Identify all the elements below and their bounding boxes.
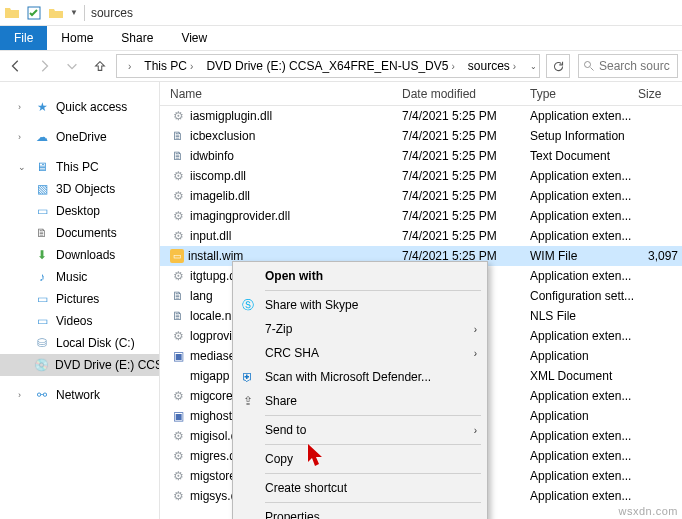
file-icon: ▣ [170, 348, 186, 364]
ctx-copy[interactable]: Copy [235, 447, 485, 471]
qat-newfolder-icon[interactable] [48, 5, 64, 21]
crumb-dvd[interactable]: DVD Drive (E:) CCSA_X64FRE_EN-US_DV5› [202, 59, 461, 73]
tab-share[interactable]: Share [107, 26, 167, 50]
file-icon: 🗎 [170, 288, 186, 304]
file-icon: ⚙ [170, 168, 186, 184]
file-date: 7/4/2021 5:25 PM [402, 109, 530, 123]
file-name: icbexclusion [190, 129, 255, 143]
ctx-properties[interactable]: Properties [235, 505, 485, 519]
ctx-sep [265, 415, 481, 416]
nav-localdisk[interactable]: ⛁Local Disk (C:) [0, 332, 159, 354]
nav-thispc[interactable]: ⌄🖥This PC [0, 156, 159, 178]
file-icon: 🗎 [170, 308, 186, 324]
file-row[interactable]: ⚙iiscomp.dll7/4/2021 5:25 PMApplication … [160, 166, 682, 186]
file-icon: 🗎 [170, 148, 186, 164]
file-type: Setup Information [530, 129, 638, 143]
col-date[interactable]: Date modified [402, 87, 530, 101]
file-row[interactable]: ⚙iasmigplugin.dll7/4/2021 5:25 PMApplica… [160, 106, 682, 126]
nav-pictures[interactable]: ▭Pictures [0, 288, 159, 310]
file-type: Text Document [530, 149, 638, 163]
ctx-7zip[interactable]: 7-Zip› [235, 317, 485, 341]
file-icon: ⚙ [170, 108, 186, 124]
recent-dropdown[interactable] [60, 54, 84, 78]
file-type: Configuration sett... [530, 289, 638, 303]
col-type[interactable]: Type [530, 87, 638, 101]
nav-videos[interactable]: ▭Videos [0, 310, 159, 332]
nav-documents[interactable]: 🗎Documents [0, 222, 159, 244]
nav-onedrive[interactable]: ›☁OneDrive [0, 126, 159, 148]
file-icon: ⚙ [170, 488, 186, 504]
nav-desktop[interactable]: ▭Desktop [0, 200, 159, 222]
tab-home[interactable]: Home [47, 26, 107, 50]
file-icon: ⚙ [170, 448, 186, 464]
folder-icon [4, 5, 20, 21]
ctx-openwith[interactable]: Open with [235, 264, 485, 288]
file-date: 7/4/2021 5:25 PM [402, 169, 530, 183]
file-name: imagelib.dll [190, 189, 250, 203]
ctx-sep [265, 444, 481, 445]
file-name: mighost [190, 409, 232, 423]
tab-view[interactable]: View [167, 26, 221, 50]
nav-3dobjects[interactable]: ▧3D Objects [0, 178, 159, 200]
context-menu: Open with ⓈShare with Skype 7-Zip› CRC S… [232, 261, 488, 519]
watermark: wsxdn.com [618, 505, 678, 517]
nav-quickaccess[interactable]: ›★Quick access [0, 96, 159, 118]
qat-properties-icon[interactable] [26, 5, 42, 21]
file-name: input.dll [190, 229, 231, 243]
file-icon: ⚙ [170, 428, 186, 444]
file-icon [170, 368, 186, 384]
file-row[interactable]: ⚙imagelib.dll7/4/2021 5:25 PMApplication… [160, 186, 682, 206]
qat-dropdown-icon[interactable]: ▼ [70, 8, 78, 17]
file-type: XML Document [530, 369, 638, 383]
file-date: 7/4/2021 5:25 PM [402, 149, 530, 163]
nav-dvddrive[interactable]: 💿DVD Drive (E:) CCSA [0, 354, 159, 376]
search-input[interactable]: Search sourc [578, 54, 678, 78]
file-icon: ⚙ [170, 188, 186, 204]
file-name: idwbinfo [190, 149, 234, 163]
file-icon: ▭ [170, 249, 184, 263]
ctx-defender[interactable]: ⛨Scan with Microsoft Defender... [235, 365, 485, 389]
file-name: imagingprovider.dll [190, 209, 290, 223]
navbar: › This PC› DVD Drive (E:) CCSA_X64FRE_EN… [0, 50, 682, 82]
ctx-sendto[interactable]: Send to› [235, 418, 485, 442]
address-dropdown-icon[interactable]: ⌄ [530, 62, 537, 71]
file-type: Application exten... [530, 189, 638, 203]
crumb-sources[interactable]: sources› [464, 59, 523, 73]
crumb-thispc[interactable]: This PC› [140, 59, 200, 73]
titlebar: ▼ sources [0, 0, 682, 26]
file-date: 7/4/2021 5:25 PM [402, 189, 530, 203]
file-type: Application exten... [530, 489, 638, 503]
column-headers[interactable]: Name Date modified Type Size [160, 82, 682, 106]
file-row[interactable]: 🗎icbexclusion7/4/2021 5:25 PMSetup Infor… [160, 126, 682, 146]
ctx-crcsha[interactable]: CRC SHA› [235, 341, 485, 365]
tab-file[interactable]: File [0, 26, 47, 50]
file-type: Application exten... [530, 209, 638, 223]
ctx-share[interactable]: ⇪Share [235, 389, 485, 413]
ctx-skype[interactable]: ⓈShare with Skype [235, 293, 485, 317]
back-button[interactable] [4, 54, 28, 78]
forward-button[interactable] [32, 54, 56, 78]
search-placeholder: Search sourc [599, 59, 670, 73]
file-date: 7/4/2021 5:25 PM [402, 129, 530, 143]
file-icon: ⚙ [170, 228, 186, 244]
nav-music[interactable]: ♪Music [0, 266, 159, 288]
refresh-button[interactable] [546, 54, 570, 78]
ctx-sep [265, 290, 481, 291]
file-row[interactable]: ⚙imagingprovider.dll7/4/2021 5:25 PMAppl… [160, 206, 682, 226]
nav-downloads[interactable]: ⬇Downloads [0, 244, 159, 266]
up-button[interactable] [88, 54, 112, 78]
file-icon: ⚙ [170, 328, 186, 344]
file-row[interactable]: 🗎idwbinfo7/4/2021 5:25 PMText Document [160, 146, 682, 166]
file-icon: ⚙ [170, 268, 186, 284]
file-type: WIM File [530, 249, 638, 263]
nav-network[interactable]: ›⚯Network [0, 384, 159, 406]
col-size[interactable]: Size [638, 87, 678, 101]
address-bar[interactable]: › This PC› DVD Drive (E:) CCSA_X64FRE_EN… [116, 54, 540, 78]
file-name: iiscomp.dll [190, 169, 246, 183]
file-name: lang [190, 289, 213, 303]
file-type: NLS File [530, 309, 638, 323]
file-icon: ⚙ [170, 388, 186, 404]
ctx-shortcut[interactable]: Create shortcut [235, 476, 485, 500]
col-name[interactable]: Name [160, 87, 402, 101]
file-row[interactable]: ⚙input.dll7/4/2021 5:25 PMApplication ex… [160, 226, 682, 246]
